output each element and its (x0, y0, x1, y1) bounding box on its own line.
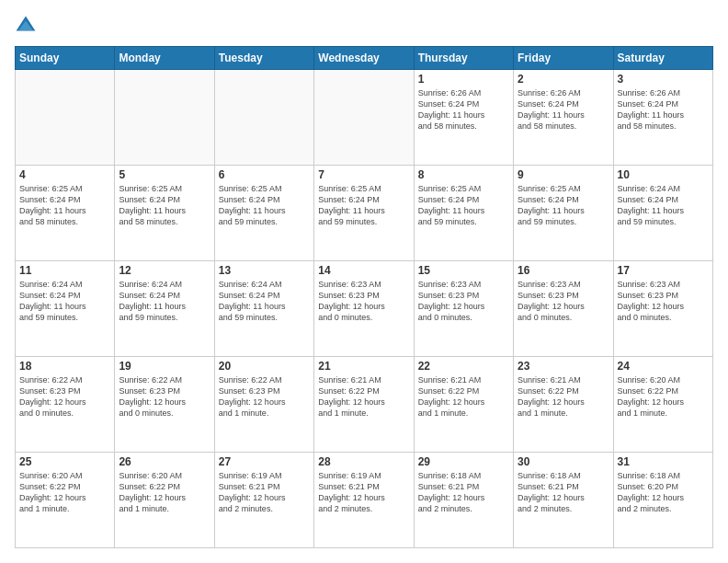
calendar-cell: 20Sunrise: 6:22 AM Sunset: 6:23 PM Dayli… (214, 357, 313, 453)
day-info: Sunrise: 6:25 AM Sunset: 6:24 PM Dayligh… (219, 183, 310, 228)
day-number: 20 (219, 360, 310, 373)
header (15, 15, 713, 37)
day-info: Sunrise: 6:20 AM Sunset: 6:22 PM Dayligh… (119, 470, 210, 515)
calendar-header-monday: Monday (115, 47, 214, 70)
calendar-cell: 1Sunrise: 6:26 AM Sunset: 6:24 PM Daylig… (414, 70, 513, 166)
day-info: Sunrise: 6:23 AM Sunset: 6:23 PM Dayligh… (318, 279, 409, 324)
day-info: Sunrise: 6:22 AM Sunset: 6:23 PM Dayligh… (219, 374, 310, 419)
calendar-table: SundayMondayTuesdayWednesdayThursdayFrid… (15, 46, 713, 548)
day-info: Sunrise: 6:26 AM Sunset: 6:24 PM Dayligh… (418, 87, 509, 132)
calendar-cell: 27Sunrise: 6:19 AM Sunset: 6:21 PM Dayli… (214, 453, 313, 548)
calendar-header-friday: Friday (514, 47, 613, 70)
calendar-cell (314, 70, 414, 166)
calendar-cell (115, 70, 214, 166)
day-number: 19 (119, 360, 210, 373)
day-number: 3 (618, 73, 709, 86)
day-number: 21 (318, 360, 409, 373)
day-info: Sunrise: 6:21 AM Sunset: 6:22 PM Dayligh… (318, 374, 409, 419)
day-number: 26 (119, 455, 210, 468)
day-number: 11 (19, 264, 110, 277)
day-number: 23 (518, 360, 609, 373)
calendar-cell: 23Sunrise: 6:21 AM Sunset: 6:22 PM Dayli… (514, 357, 613, 453)
day-info: Sunrise: 6:24 AM Sunset: 6:24 PM Dayligh… (618, 183, 709, 228)
day-info: Sunrise: 6:23 AM Sunset: 6:23 PM Dayligh… (618, 279, 709, 324)
calendar-cell: 12Sunrise: 6:24 AM Sunset: 6:24 PM Dayli… (115, 261, 214, 357)
calendar-cell: 13Sunrise: 6:24 AM Sunset: 6:24 PM Dayli… (214, 261, 313, 357)
day-info: Sunrise: 6:19 AM Sunset: 6:21 PM Dayligh… (318, 470, 409, 515)
calendar-week-2: 4Sunrise: 6:25 AM Sunset: 6:24 PM Daylig… (16, 166, 713, 261)
calendar-cell: 3Sunrise: 6:26 AM Sunset: 6:24 PM Daylig… (613, 70, 712, 166)
day-number: 10 (618, 168, 709, 181)
calendar-cell: 16Sunrise: 6:23 AM Sunset: 6:23 PM Dayli… (514, 261, 613, 357)
day-number: 5 (119, 168, 210, 181)
calendar-cell: 5Sunrise: 6:25 AM Sunset: 6:24 PM Daylig… (115, 166, 214, 261)
calendar-cell: 18Sunrise: 6:22 AM Sunset: 6:23 PM Dayli… (16, 357, 115, 453)
calendar-week-5: 25Sunrise: 6:20 AM Sunset: 6:22 PM Dayli… (16, 453, 713, 548)
calendar-cell: 8Sunrise: 6:25 AM Sunset: 6:24 PM Daylig… (414, 166, 513, 261)
day-number: 30 (518, 455, 609, 468)
calendar-cell: 22Sunrise: 6:21 AM Sunset: 6:22 PM Dayli… (414, 357, 513, 453)
calendar-header-wednesday: Wednesday (314, 47, 414, 70)
day-number: 14 (318, 264, 409, 277)
calendar-cell: 6Sunrise: 6:25 AM Sunset: 6:24 PM Daylig… (214, 166, 313, 261)
calendar-header-row: SundayMondayTuesdayWednesdayThursdayFrid… (16, 47, 713, 70)
calendar-cell: 4Sunrise: 6:25 AM Sunset: 6:24 PM Daylig… (16, 166, 115, 261)
day-info: Sunrise: 6:18 AM Sunset: 6:21 PM Dayligh… (518, 470, 609, 515)
calendar-cell: 15Sunrise: 6:23 AM Sunset: 6:23 PM Dayli… (414, 261, 513, 357)
day-info: Sunrise: 6:18 AM Sunset: 6:21 PM Dayligh… (418, 470, 509, 515)
day-number: 17 (618, 264, 709, 277)
calendar-header-saturday: Saturday (613, 47, 712, 70)
day-info: Sunrise: 6:24 AM Sunset: 6:24 PM Dayligh… (119, 279, 210, 324)
day-number: 28 (318, 455, 409, 468)
calendar-week-1: 1Sunrise: 6:26 AM Sunset: 6:24 PM Daylig… (16, 70, 713, 166)
logo-icon (15, 15, 37, 37)
day-info: Sunrise: 6:20 AM Sunset: 6:22 PM Dayligh… (19, 470, 110, 515)
day-info: Sunrise: 6:21 AM Sunset: 6:22 PM Dayligh… (418, 374, 509, 419)
day-info: Sunrise: 6:24 AM Sunset: 6:24 PM Dayligh… (219, 279, 310, 324)
day-number: 18 (19, 360, 110, 373)
calendar-cell: 17Sunrise: 6:23 AM Sunset: 6:23 PM Dayli… (613, 261, 712, 357)
calendar-week-4: 18Sunrise: 6:22 AM Sunset: 6:23 PM Dayli… (16, 357, 713, 453)
calendar-cell (214, 70, 313, 166)
calendar-cell: 11Sunrise: 6:24 AM Sunset: 6:24 PM Dayli… (16, 261, 115, 357)
calendar-cell: 31Sunrise: 6:18 AM Sunset: 6:20 PM Dayli… (613, 453, 712, 548)
day-number: 15 (418, 264, 509, 277)
calendar-cell: 9Sunrise: 6:25 AM Sunset: 6:24 PM Daylig… (514, 166, 613, 261)
day-info: Sunrise: 6:19 AM Sunset: 6:21 PM Dayligh… (219, 470, 310, 515)
day-number: 12 (119, 264, 210, 277)
calendar-cell: 30Sunrise: 6:18 AM Sunset: 6:21 PM Dayli… (514, 453, 613, 548)
calendar-cell (16, 70, 115, 166)
calendar-cell: 14Sunrise: 6:23 AM Sunset: 6:23 PM Dayli… (314, 261, 414, 357)
day-number: 2 (518, 73, 609, 86)
calendar-cell: 24Sunrise: 6:20 AM Sunset: 6:22 PM Dayli… (613, 357, 712, 453)
day-info: Sunrise: 6:25 AM Sunset: 6:24 PM Dayligh… (418, 183, 509, 228)
calendar-cell: 21Sunrise: 6:21 AM Sunset: 6:22 PM Dayli… (314, 357, 414, 453)
day-info: Sunrise: 6:21 AM Sunset: 6:22 PM Dayligh… (518, 374, 609, 419)
day-info: Sunrise: 6:20 AM Sunset: 6:22 PM Dayligh… (618, 374, 709, 419)
day-info: Sunrise: 6:26 AM Sunset: 6:24 PM Dayligh… (518, 87, 609, 132)
day-info: Sunrise: 6:18 AM Sunset: 6:20 PM Dayligh… (618, 470, 709, 515)
day-info: Sunrise: 6:23 AM Sunset: 6:23 PM Dayligh… (418, 279, 509, 324)
calendar-cell: 2Sunrise: 6:26 AM Sunset: 6:24 PM Daylig… (514, 70, 613, 166)
day-info: Sunrise: 6:22 AM Sunset: 6:23 PM Dayligh… (19, 374, 110, 419)
calendar-cell: 10Sunrise: 6:24 AM Sunset: 6:24 PM Dayli… (613, 166, 712, 261)
page: SundayMondayTuesdayWednesdayThursdayFrid… (0, 0, 728, 563)
day-number: 29 (418, 455, 509, 468)
day-info: Sunrise: 6:25 AM Sunset: 6:24 PM Dayligh… (19, 183, 110, 228)
day-number: 8 (418, 168, 509, 181)
calendar-header-thursday: Thursday (414, 47, 513, 70)
calendar-cell: 29Sunrise: 6:18 AM Sunset: 6:21 PM Dayli… (414, 453, 513, 548)
day-number: 27 (219, 455, 310, 468)
day-number: 4 (19, 168, 110, 181)
day-number: 22 (418, 360, 509, 373)
day-number: 7 (318, 168, 409, 181)
day-number: 25 (19, 455, 110, 468)
day-info: Sunrise: 6:25 AM Sunset: 6:24 PM Dayligh… (318, 183, 409, 228)
day-info: Sunrise: 6:25 AM Sunset: 6:24 PM Dayligh… (119, 183, 210, 228)
day-number: 13 (219, 264, 310, 277)
day-number: 1 (418, 73, 509, 86)
day-info: Sunrise: 6:25 AM Sunset: 6:24 PM Dayligh… (518, 183, 609, 228)
calendar-header-tuesday: Tuesday (214, 47, 313, 70)
calendar-cell: 26Sunrise: 6:20 AM Sunset: 6:22 PM Dayli… (115, 453, 214, 548)
calendar-cell: 28Sunrise: 6:19 AM Sunset: 6:21 PM Dayli… (314, 453, 414, 548)
